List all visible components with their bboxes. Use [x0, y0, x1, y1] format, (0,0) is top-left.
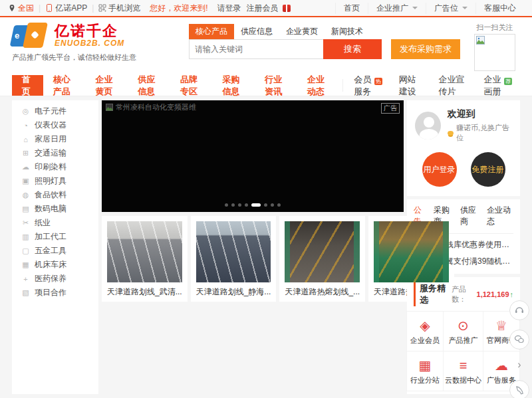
gift-icon[interactable]	[283, 5, 291, 12]
sidebar-item-electronics[interactable]: ◎电子元件	[12, 104, 98, 118]
product-card[interactable]: 天津道路划线_静海...	[191, 216, 277, 302]
gem-icon: ◈	[408, 318, 442, 333]
carousel-dot-active[interactable]	[251, 203, 261, 207]
sidebar-item-food-beverage[interactable]: ◍食品饮料	[12, 188, 98, 202]
sidebar-item-machine-tools[interactable]: ▦机床车床	[12, 258, 98, 272]
product-title[interactable]: 天津道路热熔划线_...	[285, 286, 360, 298]
sidebar-item-printing-dyes[interactable]: ☁印刷染料	[12, 160, 98, 174]
sidebar-item-instruments[interactable]: ◔仪表仪器	[12, 118, 98, 132]
hot-badge: 热	[374, 78, 382, 85]
topbar-right-nav: 首页 企业推广 广告位 客服中心	[335, 3, 524, 14]
logo-domain: ENUOB2B. COM	[55, 39, 124, 48]
nav-brand-zone[interactable]: 品牌专区	[170, 75, 213, 96]
nav-company-news[interactable]: 企业动态	[297, 75, 340, 96]
region-selector[interactable]: 全国	[8, 3, 34, 14]
sidebar-item-paper[interactable]: ✂纸业	[12, 216, 98, 230]
carousel-dot[interactable]	[231, 203, 235, 207]
topbar-home-link[interactable]: 首页	[335, 3, 368, 14]
carousel-dot[interactable]	[238, 203, 241, 207]
service-product-promotion[interactable]: ⊙ 产品推广	[443, 311, 483, 351]
category-sidebar: ◎电子元件 ◔仪表仪器 ⌂家居日用 ⊞交通运输 ☁印刷染料 ▣照明灯具 ◍食品饮…	[12, 100, 98, 394]
nav-home[interactable]: 首页	[12, 75, 43, 96]
carousel-dot[interactable]	[225, 203, 228, 207]
nav-member-service[interactable]: 会员服务 热	[345, 75, 390, 96]
category-icon: ◍	[21, 191, 30, 199]
category-icon: ▤	[21, 205, 30, 213]
product-title[interactable]: 天津道路划线_静海...	[196, 286, 271, 298]
category-icon: ◔	[21, 122, 30, 130]
product-card[interactable]: 天津道路热熔划线_...	[279, 216, 365, 302]
qr-code-icon	[98, 4, 106, 12]
sidebar-item-lighting[interactable]: ▣照明灯具	[12, 174, 98, 188]
nav-industry-news[interactable]: 行业资讯	[255, 75, 297, 96]
topbar-adspace-link[interactable]: 广告位	[426, 3, 475, 14]
nav-site-building[interactable]: 网站建设	[390, 75, 430, 96]
services-panel: 服务精选 产品数： 1,121,169 ↑ ◈ 企业会员 ⊙ 产品推广	[407, 277, 520, 394]
search-tab-supply[interactable]: 供应信息	[234, 24, 279, 39]
customer-service-icon[interactable]	[509, 300, 529, 320]
search-button[interactable]: 搜索	[323, 39, 382, 59]
category-icon: ⊞	[21, 149, 30, 157]
search-area: 核心产品 供应信息 企业黄页 新闻技术 搜索 发布采购需求	[189, 23, 460, 71]
nav-supply-info[interactable]: 供应信息	[128, 75, 170, 96]
product-count-label: 产品数：	[452, 284, 475, 304]
sidebar-item-hardware-tools[interactable]: ▢五金工具	[12, 244, 98, 258]
carousel-dot[interactable]	[277, 203, 281, 207]
phone-icon[interactable]	[509, 380, 529, 398]
seo-row: 官网优化 千流 导航 QL qianliu.com	[0, 394, 532, 398]
slogan: 产品推广领先平台，诚信轻松做好生意	[12, 52, 180, 62]
tab-company-news[interactable]: 企业动态	[487, 205, 513, 230]
carousel-dot[interactable]	[264, 203, 267, 207]
mobile-browse-label: 手机浏览	[108, 3, 140, 14]
nav-company-album[interactable]: 企业画册 荐	[475, 75, 520, 96]
tab-suppliers[interactable]: 供应商	[460, 205, 480, 230]
free-register-button[interactable]: 免费注册	[471, 152, 505, 187]
service-enterprise-member[interactable]: ◈ 企业会员	[406, 311, 444, 351]
login-link[interactable]: 请登录	[217, 3, 241, 14]
app-link[interactable]: 亿诺APP	[45, 3, 87, 14]
topbar-promotion-link[interactable]: 企业推广	[368, 3, 426, 14]
video-banner[interactable]: 常州凌科自动化变频器维 广告	[102, 100, 404, 212]
search-input[interactable]	[189, 39, 323, 59]
mobile-browse-link[interactable]: 手机浏览	[98, 3, 140, 14]
product-count: 1,121,169	[477, 290, 509, 298]
nav-core-products[interactable]: 核心产品	[43, 75, 86, 96]
search-tab-core-products[interactable]: 核心产品	[189, 24, 234, 39]
qr-label: 扫一扫关注	[469, 23, 520, 33]
app-label: 亿诺APP	[55, 3, 87, 14]
carousel-dot[interactable]	[245, 203, 248, 207]
qr-follow: 扫一扫关注	[469, 23, 520, 71]
sidebar-item-household[interactable]: ⌂家居日用	[12, 132, 98, 146]
sidebar-item-medicine-care[interactable]: +医药保养	[12, 272, 98, 286]
nav-yellow-pages[interactable]: 企业黄页	[86, 75, 128, 96]
product-cards: 天津道路划线_武清... 天津道路划线_静海... 天津道路热熔划线_... 天…	[102, 216, 404, 302]
product-card[interactable]: 天津道路划线_武清...	[102, 216, 188, 302]
carousel-dot[interactable]	[271, 203, 274, 207]
publish-demand-button[interactable]: 发布采购需求	[391, 39, 460, 59]
nav-purchase-info[interactable]: 采购信息	[213, 75, 255, 96]
sidebar-item-digital-pc[interactable]: ▤数码电脑	[12, 202, 98, 216]
category-icon: ✂	[21, 219, 30, 227]
topbar-service-link[interactable]: 客服中心	[475, 3, 524, 14]
sidebar-item-processing[interactable]: ▥加工代工	[12, 230, 98, 244]
topbar: 全国 | 亿诺APP | 手机浏览 您好，欢迎来到! 请登录 注册会员 首页 企…	[0, 0, 532, 17]
service-cloud-data-center[interactable]: ≡ 云数据中心	[443, 351, 483, 391]
nav-promo-video[interactable]: 企业宣传片	[430, 75, 475, 96]
service-industry-substation[interactable]: ▦ 行业分站	[406, 351, 444, 391]
search-tab-news[interactable]: 新闻技术	[325, 24, 370, 39]
chevron-down-icon	[462, 7, 467, 9]
sidebar-item-transport[interactable]: ⊞交通运输	[12, 146, 98, 160]
sidebar-item-project-coop[interactable]: ▧项目合作	[12, 286, 98, 300]
product-image	[107, 221, 182, 282]
coin-text[interactable]: 赚诺币,兑换广告位	[456, 123, 512, 143]
wechat-icon[interactable]	[509, 330, 529, 349]
user-login-button[interactable]: 用户登录	[422, 152, 457, 187]
search-tab-yellow-pages[interactable]: 企业黄页	[279, 24, 325, 39]
recommend-badge: 荐	[504, 78, 512, 85]
logo[interactable]: e 亿诺千企 ENUOB2B. COM 产品推广领先平台，诚信轻松做好生意	[12, 23, 180, 71]
register-link[interactable]: 注册会员	[247, 3, 279, 14]
location-pin-icon	[8, 4, 16, 12]
product-title[interactable]: 天津道路划线_武清...	[107, 286, 182, 298]
broken-image-icon	[106, 104, 113, 111]
collapse-arrow-icon[interactable]: ›	[517, 359, 521, 371]
